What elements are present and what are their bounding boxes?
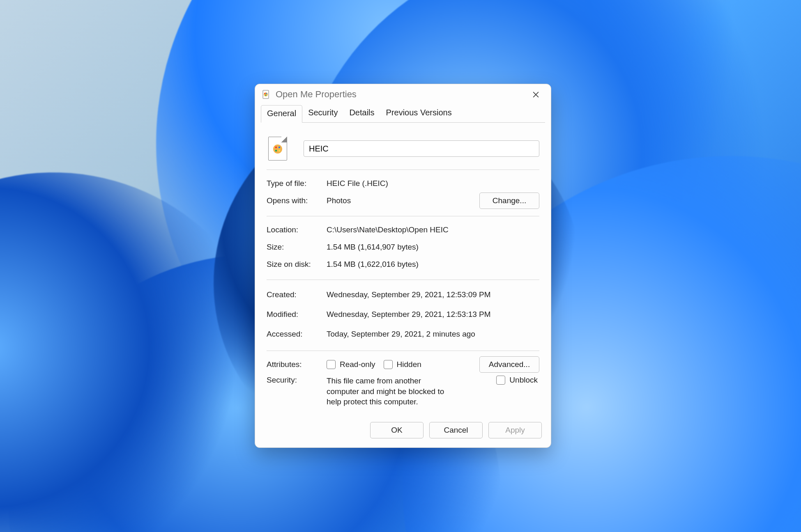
label-type: Type of file: xyxy=(267,179,323,188)
tab-previous-versions[interactable]: Previous Versions xyxy=(380,105,458,122)
change-button[interactable]: Change... xyxy=(479,193,539,209)
checkbox-icon xyxy=(384,360,393,369)
titlebar-file-icon xyxy=(262,90,271,99)
label-attributes: Attributes: xyxy=(267,360,323,369)
advanced-button[interactable]: Advanced... xyxy=(479,356,539,373)
readonly-label: Read-only xyxy=(340,360,375,369)
value-created: Wednesday, September 29, 2021, 12:53:09 … xyxy=(327,290,539,299)
label-accessed: Accessed: xyxy=(267,330,323,339)
unblock-checkbox[interactable]: Unblock xyxy=(496,376,538,385)
value-size-on-disk: 1.54 MB (1,622,016 bytes) xyxy=(327,260,539,269)
svg-point-3 xyxy=(266,93,267,94)
label-location: Location: xyxy=(267,225,323,234)
tab-strip: General Security Details Previous Versio… xyxy=(255,105,551,122)
general-panel: Type of file: HEIC File (.HEIC) Opens wi… xyxy=(255,123,551,415)
label-security: Security: xyxy=(267,376,323,385)
svg-point-7 xyxy=(279,147,280,148)
tab-security[interactable]: Security xyxy=(302,105,343,122)
window-title: Open Me Properties xyxy=(276,89,357,100)
filename-input[interactable] xyxy=(304,140,539,157)
close-icon xyxy=(532,91,539,98)
label-opens-with: Opens with: xyxy=(267,196,323,205)
unblock-label: Unblock xyxy=(509,376,538,385)
apply-button[interactable]: Apply xyxy=(488,422,542,438)
security-message: This file came from another computer and… xyxy=(327,376,454,407)
cancel-button[interactable]: Cancel xyxy=(429,422,483,438)
label-created: Created: xyxy=(267,290,323,299)
svg-point-2 xyxy=(265,93,266,94)
hidden-checkbox[interactable]: Hidden xyxy=(384,360,421,369)
dialog-footer: OK Cancel Apply xyxy=(255,415,551,447)
tab-general[interactable]: General xyxy=(261,105,302,123)
value-type: HEIC File (.HEIC) xyxy=(327,179,539,188)
label-size: Size: xyxy=(267,243,323,252)
svg-point-5 xyxy=(273,144,282,154)
value-accessed: Today, September 29, 2021, 2 minutes ago xyxy=(327,330,539,339)
label-modified: Modified: xyxy=(267,310,323,319)
svg-point-8 xyxy=(275,150,277,151)
value-opens-with: Photos xyxy=(327,196,476,205)
value-modified: Wednesday, September 29, 2021, 12:53:13 … xyxy=(327,310,539,319)
file-type-icon xyxy=(268,137,287,161)
svg-point-1 xyxy=(264,92,268,96)
checkbox-icon xyxy=(327,360,336,369)
label-size-on-disk: Size on disk: xyxy=(267,260,323,269)
paint-palette-icon xyxy=(272,144,283,154)
ok-button[interactable]: OK xyxy=(370,422,424,438)
value-location: C:\Users\Nate\Desktop\Open HEIC xyxy=(327,225,539,234)
value-size: 1.54 MB (1,614,907 bytes) xyxy=(327,243,539,252)
svg-point-9 xyxy=(279,150,280,151)
checkbox-icon xyxy=(496,376,505,385)
titlebar[interactable]: Open Me Properties xyxy=(255,84,551,105)
close-button[interactable] xyxy=(523,86,548,103)
svg-point-6 xyxy=(275,147,277,148)
readonly-checkbox[interactable]: Read-only xyxy=(327,360,375,369)
svg-point-4 xyxy=(265,95,267,96)
hidden-label: Hidden xyxy=(397,360,421,369)
tab-details[interactable]: Details xyxy=(343,105,380,122)
properties-dialog: Open Me Properties General Security Deta… xyxy=(255,84,551,448)
